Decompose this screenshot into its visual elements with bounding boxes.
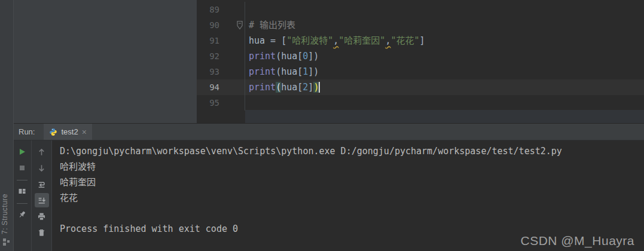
line-number: 90 <box>197 17 245 33</box>
code-token: ]) <box>308 51 319 62</box>
code-token: 0 <box>303 51 308 62</box>
stop-button[interactable] <box>15 161 29 175</box>
code-token: (hua[ <box>276 51 303 62</box>
pin-icon <box>18 210 26 219</box>
line-number: 93 <box>197 64 245 79</box>
code-token: ) <box>313 82 319 93</box>
project-panel <box>14 0 197 123</box>
line-number: 92 <box>197 48 245 64</box>
scroll-to-end-icon <box>37 196 46 205</box>
restore-layout-icon <box>18 187 26 195</box>
editor-bottom-strip <box>245 110 644 123</box>
code-token: ]) <box>308 66 319 77</box>
console-line <box>60 206 644 221</box>
code-token: , <box>333 35 338 46</box>
code-token: ( <box>276 82 281 93</box>
code-token: hua[ <box>281 82 303 93</box>
down-arrow-icon <box>37 164 46 173</box>
code-text[interactable]: # 输出列表 <box>245 17 295 33</box>
structure-icon[interactable] <box>2 238 11 246</box>
line-number: 95 <box>197 95 245 111</box>
tab-title: test2 <box>61 127 78 136</box>
code-token: (hua[ <box>276 66 303 77</box>
code-token: print <box>249 51 276 62</box>
fold-region-icon[interactable] <box>236 20 243 30</box>
console-line: 花花 <box>60 190 644 206</box>
down-stack-button[interactable] <box>35 161 49 175</box>
code-token: # 输出列表 <box>249 20 295 30</box>
run-panel-title: Run: <box>19 127 35 136</box>
scroll-to-end-button[interactable] <box>35 193 49 207</box>
clear-all-button[interactable] <box>35 225 49 240</box>
code-line: 95 <box>197 95 644 111</box>
code-line: 90# 输出列表 <box>197 17 644 33</box>
code-text[interactable] <box>245 2 249 17</box>
rerun-icon <box>18 148 26 156</box>
tab-test2[interactable]: test2 × <box>44 124 91 140</box>
code-line: 92print(hua[0]) <box>197 48 644 64</box>
code-line: 93print(hua[1]) <box>197 64 644 79</box>
line-number: 94 <box>197 79 245 95</box>
editor-lines: 8990# 输出列表91hua = ["哈利波特","哈莉奎因","花花"]92… <box>197 0 644 111</box>
up-arrow-icon <box>37 148 46 157</box>
console-line: 哈利波特 <box>60 159 644 175</box>
toolbar-divider <box>17 180 28 180</box>
run-toolbar <box>13 140 32 251</box>
print-button[interactable] <box>35 209 49 224</box>
console-toolbar <box>32 140 52 251</box>
stop-icon <box>18 164 26 172</box>
console-line: D:\gongju\pycharm\workspase\venv\Scripts… <box>60 143 644 159</box>
structure-tool-button[interactable]: 7: Structure <box>1 194 9 234</box>
text-cursor <box>319 82 320 93</box>
left-tool-stripe: 7: Structure <box>0 0 14 251</box>
soft-wrap-icon <box>37 180 46 189</box>
toolbar-divider <box>17 203 28 204</box>
up-stack-button[interactable] <box>35 145 49 159</box>
code-token: print <box>249 82 276 93</box>
line-number: 91 <box>197 33 245 48</box>
pin-button[interactable] <box>15 207 29 222</box>
print-icon <box>37 212 46 221</box>
close-icon[interactable]: × <box>82 128 87 136</box>
python-icon <box>49 128 57 136</box>
rerun-button[interactable] <box>15 145 29 159</box>
code-token: "花花" <box>390 35 419 46</box>
code-text[interactable]: print(hua[0]) <box>245 48 319 64</box>
code-line: 89 <box>197 2 644 17</box>
code-text[interactable]: print(hua[1]) <box>245 64 319 79</box>
code-line: 94print(hua[2]) <box>197 79 644 95</box>
code-token: print <box>249 66 276 77</box>
pycharm-window: 7: Structure 8990# 输出列表91hua = ["哈利波特","… <box>0 0 644 251</box>
watermark: CSDN @M_Huayra <box>520 234 634 248</box>
soft-wrap-button[interactable] <box>35 177 49 191</box>
run-tool-window: Run: test2 × <box>13 123 644 251</box>
code-text[interactable]: hua = ["哈利波特","哈莉奎因","花花"] <box>245 33 425 48</box>
code-token: 1 <box>303 66 308 77</box>
restore-layout-button[interactable] <box>15 184 29 198</box>
code-token: ] <box>419 35 425 46</box>
run-header: Run: test2 × <box>13 123 644 140</box>
code-editor[interactable]: 8990# 输出列表91hua = ["哈利波特","哈莉奎因","花花"]92… <box>197 0 644 123</box>
code-text[interactable] <box>245 95 249 111</box>
code-token: "哈莉奎因" <box>338 35 385 46</box>
code-token: 2 <box>303 82 308 93</box>
line-number: 89 <box>197 2 245 17</box>
code-token: "哈利波特" <box>286 35 333 46</box>
console-line: 哈莉奎因 <box>60 175 644 190</box>
clear-all-icon <box>37 228 46 237</box>
code-line: 91hua = ["哈利波特","哈莉奎因","花花"] <box>197 33 644 48</box>
code-text[interactable]: print(hua[2]) <box>245 79 320 95</box>
code-token: hua = [ <box>249 35 286 46</box>
